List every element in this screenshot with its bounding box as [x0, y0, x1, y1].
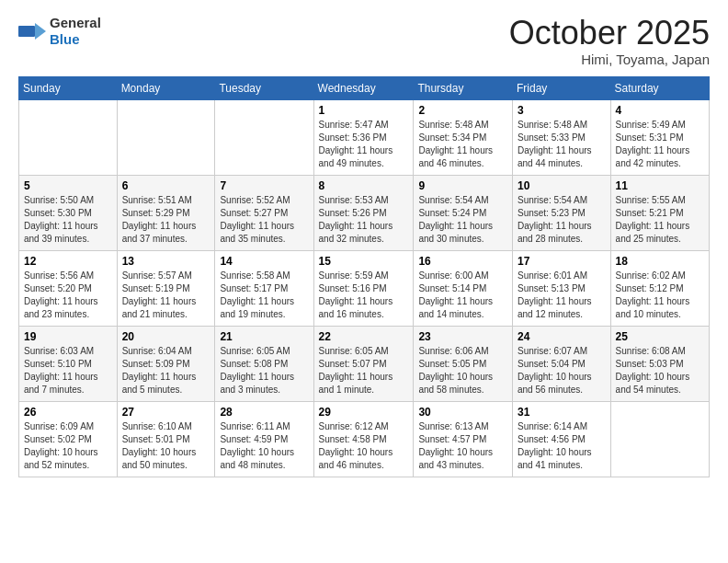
day-detail: Sunrise: 5:49 AM Sunset: 5:31 PM Dayligh…: [616, 120, 690, 168]
day-detail: Sunrise: 6:11 AM Sunset: 4:59 PM Dayligh…: [220, 421, 294, 470]
day-detail: Sunrise: 6:00 AM Sunset: 5:14 PM Dayligh…: [418, 270, 493, 319]
col-wednesday: Wednesday: [313, 76, 414, 99]
day-number: 17: [518, 255, 606, 268]
day-number: 7: [220, 179, 308, 192]
table-row: 10Sunrise: 5:54 AM Sunset: 5:23 PM Dayli…: [512, 175, 610, 250]
table-row: 31Sunrise: 6:14 AM Sunset: 4:56 PM Dayli…: [512, 401, 610, 477]
table-row: 27Sunrise: 6:10 AM Sunset: 5:01 PM Dayli…: [117, 401, 215, 477]
table-row: 8Sunrise: 5:53 AM Sunset: 5:26 PM Daylig…: [313, 175, 414, 250]
day-number: 16: [418, 255, 507, 268]
day-detail: Sunrise: 6:09 AM Sunset: 5:02 PM Dayligh…: [24, 421, 98, 470]
table-row: 22Sunrise: 6:05 AM Sunset: 5:07 PM Dayli…: [313, 326, 414, 401]
col-sunday: Sunday: [19, 76, 118, 99]
logo: General Blue: [18, 15, 101, 48]
calendar-title: October 2025: [509, 15, 710, 52]
day-detail: Sunrise: 6:10 AM Sunset: 5:01 PM Dayligh…: [122, 421, 197, 470]
table-row: 20Sunrise: 6:04 AM Sunset: 5:09 PM Dayli…: [117, 326, 215, 401]
svg-rect-0: [18, 26, 35, 37]
table-row: 11Sunrise: 5:55 AM Sunset: 5:21 PM Dayli…: [610, 175, 709, 250]
calendar-week-row: 19Sunrise: 6:03 AM Sunset: 5:10 PM Dayli…: [19, 326, 710, 401]
day-number: 6: [122, 179, 210, 192]
table-row: 1Sunrise: 5:47 AM Sunset: 5:36 PM Daylig…: [313, 99, 414, 175]
day-number: 27: [122, 406, 210, 419]
table-row: 15Sunrise: 5:59 AM Sunset: 5:16 PM Dayli…: [313, 250, 414, 326]
table-row: 2Sunrise: 5:48 AM Sunset: 5:34 PM Daylig…: [414, 99, 513, 175]
logo-icon: [18, 20, 46, 42]
table-row: 7Sunrise: 5:52 AM Sunset: 5:27 PM Daylig…: [215, 175, 313, 250]
day-detail: Sunrise: 6:02 AM Sunset: 5:12 PM Dayligh…: [616, 270, 690, 319]
day-number: 24: [518, 330, 606, 343]
calendar-week-row: 26Sunrise: 6:09 AM Sunset: 5:02 PM Dayli…: [19, 401, 710, 477]
logo-blue: Blue: [50, 31, 80, 47]
day-detail: Sunrise: 5:51 AM Sunset: 5:29 PM Dayligh…: [122, 195, 197, 244]
table-row: 14Sunrise: 5:58 AM Sunset: 5:17 PM Dayli…: [215, 250, 313, 326]
day-detail: Sunrise: 6:03 AM Sunset: 5:10 PM Dayligh…: [24, 346, 98, 395]
day-number: 5: [24, 179, 112, 192]
day-detail: Sunrise: 6:08 AM Sunset: 5:03 PM Dayligh…: [616, 346, 690, 395]
day-detail: Sunrise: 5:52 AM Sunset: 5:27 PM Dayligh…: [220, 195, 294, 244]
day-number: 2: [418, 104, 507, 117]
day-number: 22: [319, 330, 409, 343]
day-detail: Sunrise: 6:05 AM Sunset: 5:07 PM Dayligh…: [319, 346, 393, 395]
day-detail: Sunrise: 5:54 AM Sunset: 5:24 PM Dayligh…: [418, 195, 493, 244]
day-number: 20: [122, 330, 210, 343]
table-row: 18Sunrise: 6:02 AM Sunset: 5:12 PM Dayli…: [610, 250, 709, 326]
table-row: 6Sunrise: 5:51 AM Sunset: 5:29 PM Daylig…: [117, 175, 215, 250]
day-number: 31: [518, 406, 606, 419]
day-number: 26: [24, 406, 112, 419]
day-number: 1: [319, 104, 409, 117]
day-number: 10: [518, 179, 606, 192]
calendar-week-row: 12Sunrise: 5:56 AM Sunset: 5:20 PM Dayli…: [19, 250, 710, 326]
day-number: 19: [24, 330, 112, 343]
table-row: 24Sunrise: 6:07 AM Sunset: 5:04 PM Dayli…: [512, 326, 610, 401]
day-number: 21: [220, 330, 308, 343]
table-row: 21Sunrise: 6:05 AM Sunset: 5:08 PM Dayli…: [215, 326, 313, 401]
day-detail: Sunrise: 5:57 AM Sunset: 5:19 PM Dayligh…: [122, 270, 197, 319]
page-container: General Blue October 2025 Himi, Toyama, …: [0, 0, 728, 487]
day-detail: Sunrise: 6:12 AM Sunset: 4:58 PM Dayligh…: [319, 421, 393, 470]
table-row: 28Sunrise: 6:11 AM Sunset: 4:59 PM Dayli…: [215, 401, 313, 477]
day-number: 25: [616, 330, 704, 343]
day-number: 29: [319, 406, 409, 419]
table-row: [19, 99, 118, 175]
calendar-header-row: Sunday Monday Tuesday Wednesday Thursday…: [19, 76, 710, 99]
calendar-week-row: 5Sunrise: 5:50 AM Sunset: 5:30 PM Daylig…: [19, 175, 710, 250]
day-number: 8: [319, 179, 409, 192]
day-number: 13: [122, 255, 210, 268]
day-detail: Sunrise: 6:05 AM Sunset: 5:08 PM Dayligh…: [220, 346, 294, 395]
table-row: 12Sunrise: 5:56 AM Sunset: 5:20 PM Dayli…: [19, 250, 118, 326]
day-detail: Sunrise: 6:06 AM Sunset: 5:05 PM Dayligh…: [418, 346, 493, 395]
day-detail: Sunrise: 5:50 AM Sunset: 5:30 PM Dayligh…: [24, 195, 98, 244]
table-row: 29Sunrise: 6:12 AM Sunset: 4:58 PM Dayli…: [313, 401, 414, 477]
col-friday: Friday: [512, 76, 610, 99]
day-detail: Sunrise: 5:56 AM Sunset: 5:20 PM Dayligh…: [24, 270, 98, 319]
day-detail: Sunrise: 6:01 AM Sunset: 5:13 PM Dayligh…: [518, 270, 592, 319]
table-row: 25Sunrise: 6:08 AM Sunset: 5:03 PM Dayli…: [610, 326, 709, 401]
day-detail: Sunrise: 5:58 AM Sunset: 5:17 PM Dayligh…: [220, 270, 294, 319]
day-number: 14: [220, 255, 308, 268]
header: General Blue October 2025 Himi, Toyama, …: [18, 15, 710, 67]
day-number: 28: [220, 406, 308, 419]
day-number: 15: [319, 255, 409, 268]
day-number: 11: [616, 179, 704, 192]
table-row: 9Sunrise: 5:54 AM Sunset: 5:24 PM Daylig…: [414, 175, 513, 250]
day-number: 18: [616, 255, 704, 268]
calendar-table: Sunday Monday Tuesday Wednesday Thursday…: [18, 76, 710, 477]
day-detail: Sunrise: 5:54 AM Sunset: 5:23 PM Dayligh…: [518, 195, 592, 244]
day-detail: Sunrise: 5:59 AM Sunset: 5:16 PM Dayligh…: [319, 270, 393, 319]
title-block: October 2025 Himi, Toyama, Japan: [509, 15, 710, 67]
calendar-week-row: 1Sunrise: 5:47 AM Sunset: 5:36 PM Daylig…: [19, 99, 710, 175]
day-number: 3: [518, 104, 606, 117]
day-detail: Sunrise: 5:55 AM Sunset: 5:21 PM Dayligh…: [616, 195, 690, 244]
table-row: 4Sunrise: 5:49 AM Sunset: 5:31 PM Daylig…: [610, 99, 709, 175]
day-detail: Sunrise: 6:14 AM Sunset: 4:56 PM Dayligh…: [518, 421, 592, 470]
day-number: 30: [418, 406, 507, 419]
table-row: 30Sunrise: 6:13 AM Sunset: 4:57 PM Dayli…: [414, 401, 513, 477]
logo-general: General: [50, 15, 101, 30]
col-tuesday: Tuesday: [215, 76, 313, 99]
table-row: 5Sunrise: 5:50 AM Sunset: 5:30 PM Daylig…: [19, 175, 118, 250]
day-number: 12: [24, 255, 112, 268]
col-thursday: Thursday: [414, 76, 513, 99]
day-number: 23: [418, 330, 507, 343]
day-detail: Sunrise: 5:48 AM Sunset: 5:34 PM Dayligh…: [418, 120, 493, 168]
